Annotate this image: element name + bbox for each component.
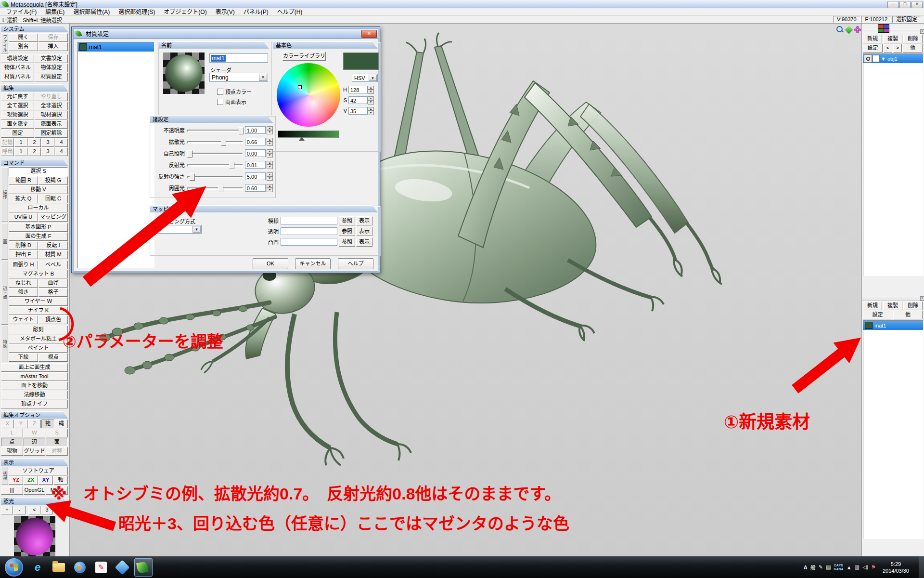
sidebar-button[interactable]: ZX [24, 476, 38, 485]
material-other-button[interactable]: 他 [893, 311, 923, 319]
menu-item-0[interactable]: ファイル(F) [2, 8, 41, 16]
sidebar-button[interactable]: 曲げ [38, 279, 68, 288]
sidebar-button[interactable]: 削除 D [9, 241, 38, 250]
sidebar-button[interactable]: 反転 I [38, 241, 68, 250]
sidebar-button[interactable]: 下絵 [9, 353, 38, 362]
specular-value[interactable]: 0.81 [245, 161, 266, 169]
sidebar-button[interactable]: 1 [14, 138, 27, 147]
material-panel-dragbar[interactable]: × [862, 296, 924, 301]
bump-show-button[interactable]: 表示 [356, 237, 372, 247]
menu-item-3[interactable]: 選択部処理(S) [114, 8, 159, 16]
sidebar-button[interactable]: OpenGL [24, 486, 46, 495]
sidebar-button[interactable]: 投縄 G [38, 176, 68, 185]
cancel-button[interactable]: キャンセル [295, 258, 331, 269]
spec-power-slider-thumb[interactable] [190, 173, 195, 181]
sidebar-button[interactable]: 別名 [9, 42, 38, 51]
object-panel-close-icon[interactable]: × [920, 29, 924, 34]
taskbar-media-player-icon[interactable]: ▶ [71, 558, 89, 577]
menu-item-2[interactable]: 選択部属性(A) [69, 8, 114, 16]
hue-spinner[interactable]: ▲▼ [368, 86, 374, 94]
green-diamond-icon[interactable] [845, 26, 853, 34]
ambient-spinner[interactable]: ▲▼ [267, 184, 273, 192]
spec-power-slider[interactable] [187, 173, 243, 180]
menu-item-4[interactable]: オブジェクト(O) [159, 8, 211, 16]
object-next-button[interactable]: > [893, 44, 902, 53]
sidebar-button[interactable]: 現物選択 [1, 111, 34, 119]
sidebar-button[interactable]: 挿入 [38, 42, 68, 51]
object-new-button[interactable]: 新規 [863, 35, 882, 43]
sidebar-button[interactable]: 全非選択 [35, 102, 68, 110]
taskbar-explorer-icon[interactable] [50, 558, 68, 577]
sidebar-button[interactable]: mAstar Tool [1, 372, 68, 381]
sidebar-button[interactable]: 拡大 Q [9, 195, 38, 203]
opacity-slider-thumb[interactable] [239, 127, 244, 134]
self-illum-spinner[interactable]: ▲▼ [267, 149, 273, 158]
value-input[interactable]: 35 [348, 107, 368, 115]
diffuse-value[interactable]: 0.66 [245, 138, 266, 145]
sidebar-button[interactable]: 元に戻す [1, 92, 34, 101]
material-duplicate-button[interactable]: 複製 [883, 302, 902, 310]
sidebar-button[interactable]: マッピング [38, 213, 68, 222]
chevron-down-icon[interactable]: ▼ [259, 74, 267, 81]
object-checkbox[interactable] [873, 55, 880, 62]
sidebar-button[interactable]: 材質設定 [35, 73, 68, 81]
show-desktop-button[interactable] [919, 556, 924, 578]
material-panel-close-icon[interactable]: × [920, 296, 924, 301]
sidebar-button[interactable]: 4 [55, 138, 68, 147]
zoom-magnifier-icon[interactable] [836, 26, 844, 33]
sidebar-button[interactable]: ペイント [9, 344, 68, 353]
sidebar-button[interactable]: 材質パネル [1, 73, 34, 81]
sidebar-button[interactable]: ローカル [9, 204, 68, 212]
network-icon[interactable]: ▥ [855, 564, 860, 570]
sidebar-button[interactable]: 頂点ナイフ [1, 400, 68, 408]
sidebar-button[interactable]: 縄 [55, 420, 68, 428]
chevron-down-icon[interactable]: ▼ [369, 75, 377, 81]
object-panel-dragbar[interactable]: × [862, 29, 924, 34]
ok-button[interactable]: OK [253, 258, 288, 269]
object-delete-button[interactable]: 削除 [903, 35, 923, 43]
sidebar-button[interactable]: 文書設定 [35, 54, 68, 63]
pattern-map-input[interactable] [281, 217, 337, 224]
ime-keyboard-icon[interactable]: ▤ [826, 564, 831, 570]
sidebar-button[interactable]: 面上に面生成 [1, 363, 68, 372]
menu-item-5[interactable]: 表示(V) [211, 8, 239, 16]
sidebar-button[interactable]: 物体設定 [35, 64, 68, 72]
value-spinner[interactable]: ▲▼ [368, 107, 374, 115]
double-sided-checkbox[interactable] [217, 99, 223, 105]
axis-grid-icon[interactable] [878, 24, 889, 33]
sidebar-button[interactable]: 点 [1, 438, 23, 447]
sidebar-button[interactable]: 隠面表示 [35, 120, 68, 129]
vertex-color-option[interactable]: 頂点カラー [216, 88, 252, 95]
ime-pen-icon[interactable]: ✎ [819, 564, 823, 570]
maximize-button[interactable]: □ [899, 1, 911, 8]
taskbar-metasequoia-icon[interactable] [134, 558, 153, 577]
sidebar-button[interactable]: 面上を移動 [1, 381, 68, 390]
window-titlebar[interactable]: Metasequoia [名称未設定] — □ ✕ [0, 0, 924, 8]
ambient-slider-thumb[interactable] [218, 185, 223, 192]
opacity-spinner[interactable]: ▲▼ [267, 126, 273, 134]
sidebar-button[interactable]: 視点 [38, 353, 68, 362]
sidebar-button[interactable]: 4 [55, 147, 68, 156]
sidebar-button[interactable]: 材質 M [38, 250, 68, 259]
sidebar-button[interactable]: 傾き [9, 288, 38, 297]
color-wheel[interactable] [277, 63, 340, 127]
light-prev-button[interactable]: < [28, 506, 40, 514]
sidebar-button[interactable]: 面 [46, 438, 68, 447]
sidebar-button[interactable]: 面の生成 F [9, 232, 68, 241]
sidebar-button[interactable]: 範 [41, 420, 54, 428]
sidebar-button[interactable]: 基本図形 P [9, 223, 68, 232]
help-button[interactable]: ヘルプ [338, 258, 373, 269]
minimize-button[interactable]: — [887, 1, 898, 8]
opacity-slider[interactable] [187, 127, 243, 134]
sidebar-button[interactable]: メタボール粘土 [9, 335, 68, 343]
sidebar-button[interactable]: 格子 [38, 288, 68, 297]
ime-mode-icon[interactable]: 般 [810, 564, 816, 571]
sidebar-button[interactable]: 押出 E [9, 250, 38, 259]
self-illum-slider-thumb[interactable] [187, 150, 192, 158]
material-delete-button[interactable]: 削除 [903, 302, 923, 310]
sidebar-button[interactable]: ねじれ [9, 279, 38, 288]
action-center-icon[interactable]: ⚑ [871, 564, 876, 570]
diffuse-slider[interactable] [187, 138, 243, 145]
light-next-button[interactable]: > [56, 506, 68, 514]
sidebar-button[interactable]: 回転 C [38, 195, 68, 203]
